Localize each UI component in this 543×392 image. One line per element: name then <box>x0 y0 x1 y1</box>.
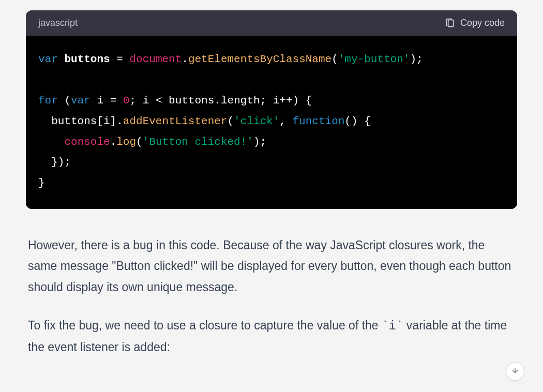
code-token: ( <box>136 136 143 148</box>
copy-code-button[interactable]: Copy code <box>445 18 505 28</box>
code-token: 'my-button' <box>338 53 410 65</box>
arrow-down-icon <box>511 366 519 376</box>
code-token: } <box>38 177 45 189</box>
code-token: = <box>116 53 123 65</box>
code-token: ); <box>410 53 423 65</box>
code-token: ; i++) { <box>260 95 312 107</box>
code-token: . <box>182 53 188 65</box>
code-token: . <box>110 136 117 148</box>
code-token: getElementsByClassName <box>188 53 331 65</box>
code-token: var <box>38 53 58 65</box>
code-header: javascript Copy code <box>26 10 517 36</box>
svg-rect-0 <box>448 20 454 26</box>
copy-code-label: Copy code <box>460 18 505 28</box>
code-token: 'click' <box>234 115 279 127</box>
code-token: , <box>279 115 292 127</box>
code-token: for <box>38 95 58 107</box>
code-token: log <box>116 136 136 148</box>
code-token: var <box>71 95 90 107</box>
code-token: ( <box>58 95 71 107</box>
code-token: () { <box>344 115 370 127</box>
code-token: console <box>64 136 110 148</box>
code-token: ( <box>227 115 234 127</box>
code-token: }); <box>38 156 71 168</box>
code-token: length <box>221 95 260 107</box>
paragraph-1: However, there is a bug in this code. Be… <box>28 235 515 297</box>
code-token: ( <box>331 53 338 65</box>
explanation-text: However, there is a bug in this code. Be… <box>26 235 517 357</box>
scroll-down-button[interactable] <box>506 362 524 381</box>
code-token: document <box>129 53 182 65</box>
paragraph-2: To fix the bug, we need to use a closure… <box>28 315 515 358</box>
code-token: 0 <box>123 95 130 107</box>
inline-code-i: `i` <box>382 320 403 333</box>
code-body: var buttons = document.getElementsByClas… <box>26 36 517 209</box>
code-token: buttons <box>64 53 110 65</box>
code-token: i <box>90 95 110 107</box>
code-token: = <box>110 95 123 107</box>
code-token: buttons[i]. <box>38 115 123 127</box>
paragraph-2a: To fix the bug, we need to use a closure… <box>28 319 382 332</box>
code-token: 'Button clicked!' <box>143 136 253 148</box>
clipboard-icon <box>445 18 455 28</box>
code-token: ); <box>253 136 266 148</box>
code-token: addEventListener <box>123 115 228 127</box>
code-token: ; i < buttons. <box>129 95 220 107</box>
code-token: function <box>293 115 345 127</box>
code-language-label: javascript <box>38 18 78 28</box>
code-block: javascript Copy code var buttons = docum… <box>26 10 517 209</box>
code-token <box>38 136 64 148</box>
